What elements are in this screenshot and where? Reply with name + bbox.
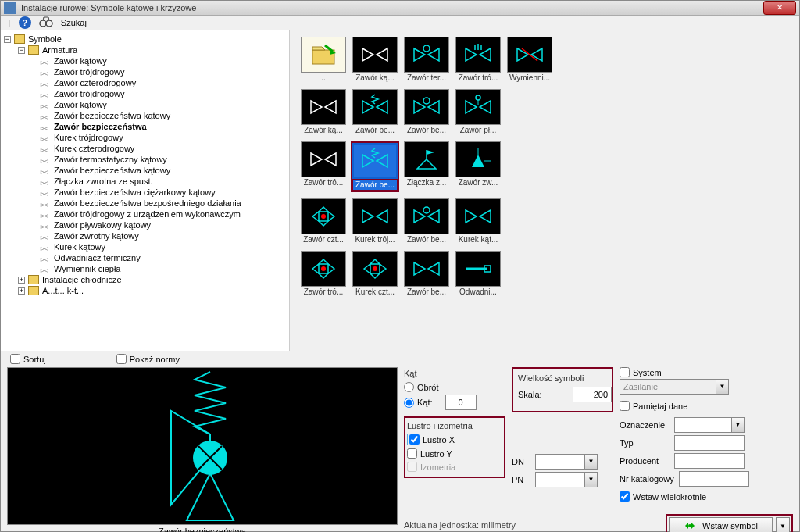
tree-toggle[interactable]: + (18, 287, 25, 295)
symbol-cell[interactable]: Odwadni... (454, 251, 502, 297)
symbol-cell[interactable]: Kurek czt... (351, 251, 399, 297)
symbol-cell[interactable]: Złączka z... (402, 141, 451, 192)
symbol-thumb[interactable] (301, 198, 346, 234)
symbol-cell[interactable]: Zawór zw... (454, 141, 502, 192)
pokaznormy-checkbox[interactable]: Pokaż normy (116, 354, 180, 364)
tree-root[interactable]: − Symbole (4, 34, 286, 45)
symbol-thumb[interactable] (404, 89, 449, 125)
symbol-cell[interactable]: Kurek trój... (351, 198, 399, 245)
tree-leaf[interactable]: Zawór bezpieczeństwa bezpośredniego dzia… (4, 198, 286, 209)
obrot-input[interactable] (404, 382, 414, 392)
pokaznormy-input[interactable] (116, 354, 127, 364)
chevron-down-icon[interactable]: ▼ (584, 455, 597, 469)
lustroy-checkbox[interactable]: Lustro Y (407, 448, 502, 459)
tree-leaf[interactable]: Zawór trójdrogowy (4, 88, 286, 99)
tree-leaf[interactable]: Zawór kątowy (4, 55, 286, 66)
tree-leaf[interactable]: Wymiennik ciepła (4, 263, 286, 274)
symbol-cell[interactable]: Zawór ką... (299, 89, 348, 135)
tree-toggle[interactable]: − (18, 47, 25, 54)
skala-input[interactable] (573, 387, 612, 402)
oznaczenie-combo[interactable]: ▼ (674, 417, 745, 433)
producent-input[interactable] (674, 453, 745, 469)
tree-toggle[interactable]: + (18, 277, 25, 284)
search-label[interactable]: Szukaj (61, 18, 87, 27)
pamietaj-checkbox[interactable]: Pamiętaj dane (620, 401, 793, 411)
tree-leaf[interactable]: Kurek czterodrogowy (4, 143, 286, 154)
chevron-down-icon[interactable]: ▼ (584, 473, 597, 487)
wstawwiele-checkbox[interactable]: Wstaw wielokrotnie (620, 491, 793, 502)
tree-leaf[interactable]: Zawór trójdrogowy (4, 66, 286, 77)
symbol-cell[interactable]: Zawór czt... (299, 198, 348, 245)
symbol-cell[interactable]: Zawór be... (402, 89, 451, 135)
symbol-cell[interactable]: Zawór be... (402, 251, 451, 297)
symbol-cell[interactable]: Zawór tró... (454, 37, 502, 83)
symbol-thumb[interactable] (404, 198, 449, 234)
symbol-thumb[interactable] (301, 89, 346, 125)
symbol-thumb[interactable] (507, 37, 552, 73)
symbol-cell[interactable]: Zawór tró... (299, 251, 348, 297)
tree-leaf[interactable]: Zawór bezpieczeństwa ciężarkowy kątowy (4, 187, 286, 198)
symbol-cell[interactable]: Zawór be... (402, 198, 451, 245)
pn-combo[interactable]: ▼ (535, 472, 598, 487)
symbol-thumb[interactable] (455, 37, 501, 73)
symbol-thumb[interactable] (352, 37, 398, 73)
symbol-thumb[interactable] (301, 37, 346, 73)
symbol-cell[interactable]: Wymienni... (505, 37, 554, 83)
symbol-thumb[interactable] (455, 89, 501, 125)
insert-button[interactable]: Wstaw symbol (669, 517, 773, 532)
nrkat-input[interactable] (679, 471, 749, 487)
symbol-cell[interactable]: Zawór be... (351, 141, 399, 192)
tree-leaf[interactable]: Kurek trójdrogowy (4, 132, 286, 143)
symbol-thumb[interactable] (404, 251, 449, 287)
help-icon[interactable]: ? (19, 16, 31, 29)
symbol-cell[interactable]: Kurek kąt... (454, 198, 502, 245)
kat-radio[interactable]: Kąt: (404, 395, 505, 410)
symbol-thumb[interactable] (301, 141, 346, 177)
symbol-thumb[interactable] (352, 198, 398, 234)
symbol-cell[interactable]: Zawór be... (351, 89, 399, 135)
tree-leaf[interactable]: Odwadniacz termiczny (4, 252, 286, 263)
symbol-cell[interactable]: Zawór tró... (299, 141, 348, 192)
tree-leaf[interactable]: Zawór bezpieczeństwa kątowy (4, 165, 286, 176)
system-checkbox[interactable]: System (620, 367, 793, 377)
insert-dropdown[interactable]: ▼ (776, 517, 790, 532)
tree-toggle[interactable]: − (4, 36, 11, 43)
symbol-thumb[interactable] (352, 251, 398, 287)
system-input[interactable] (620, 367, 630, 377)
binoculars-icon[interactable] (39, 16, 53, 30)
sortuj-input[interactable] (10, 354, 20, 364)
tree-extra[interactable]: + A...t... k-t... (4, 285, 286, 296)
symbol-thumb[interactable] (455, 141, 501, 177)
lustroy-input[interactable] (407, 448, 417, 459)
sortuj-checkbox[interactable]: Sortuj (10, 354, 46, 364)
symbol-thumb[interactable] (404, 141, 449, 177)
lustrox-checkbox[interactable]: Lustro X (407, 434, 502, 445)
tree-leaf[interactable]: Zawór termostatyczny kątowy (4, 154, 286, 165)
symbol-thumb[interactable] (455, 198, 501, 234)
symbol-thumb[interactable] (352, 143, 398, 179)
symbol-cell[interactable]: Zawór ką... (351, 37, 399, 83)
tree-leaf[interactable]: Zawór bezpieczeństwa kątowy (4, 110, 286, 121)
lustrox-input[interactable] (409, 434, 420, 445)
symbol-thumb[interactable] (301, 251, 346, 287)
tree-panel[interactable]: − Symbole − Armatura Zawór kątowyZawór t… (1, 30, 290, 351)
symbol-thumb[interactable] (455, 251, 501, 287)
symbol-thumb[interactable] (404, 37, 449, 73)
chevron-down-icon[interactable]: ▼ (731, 418, 744, 432)
obrot-radio[interactable]: Obrót (404, 382, 505, 392)
symbol-cell[interactable]: Zawór pł... (454, 89, 502, 135)
kat-input[interactable] (404, 398, 414, 408)
tree-leaf[interactable]: Złączka zwrotna ze spust. (4, 176, 286, 187)
symbol-thumb[interactable] (352, 89, 398, 125)
tree-armatura[interactable]: − Armatura (4, 45, 286, 55)
close-button[interactable]: ✕ (763, 1, 796, 15)
dn-combo[interactable]: ▼ (535, 454, 598, 470)
tree-leaf[interactable]: Zawór kątowy (4, 99, 286, 110)
tree-leaf[interactable]: Zawór zwrotny kątowy (4, 230, 286, 241)
symbol-cell[interactable]: Zawór ter... (402, 37, 451, 83)
wstawwiele-input[interactable] (620, 491, 630, 502)
tree-leaf[interactable]: Zawór pływakowy kątowy (4, 220, 286, 230)
tree-leaf[interactable]: Zawór bezpieczeństwa (4, 121, 286, 132)
symbol-cell[interactable]: .. (299, 37, 348, 83)
typ-input[interactable] (674, 435, 745, 451)
